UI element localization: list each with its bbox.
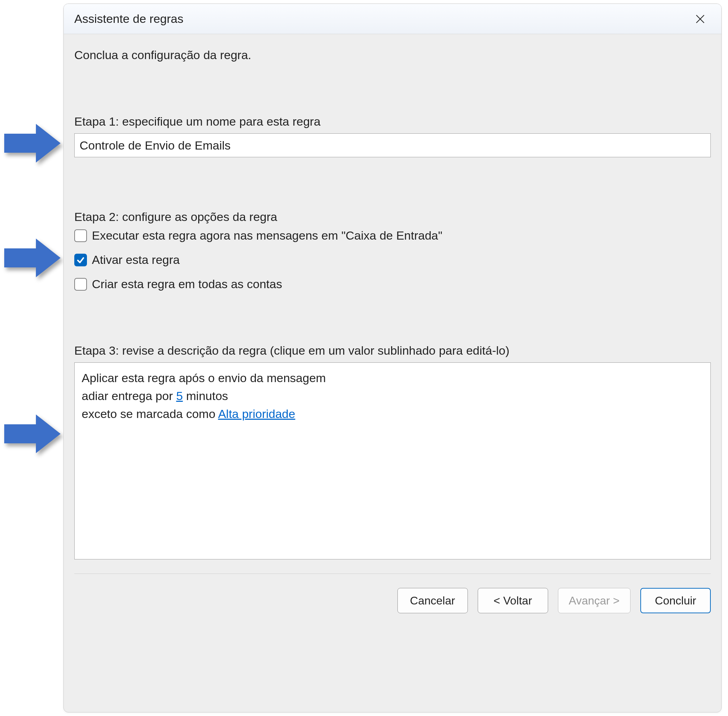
desc-line2-prefix: adiar entrega por <box>82 389 176 402</box>
svg-marker-2 <box>4 414 61 453</box>
callout-arrow-step1 <box>4 124 61 162</box>
checkbox-row-enable[interactable]: Ativar esta regra <box>74 253 711 267</box>
delay-minutes-link[interactable]: 5 <box>176 389 183 402</box>
step1-label: Etapa 1: especifique um nome para esta r… <box>74 115 711 129</box>
step3-label: Etapa 3: revise a descrição da regra (cl… <box>74 344 711 358</box>
desc-line-3: exceto se marcada como Alta prioridade <box>82 405 704 423</box>
desc-line-2: adiar entrega por 5 minutos <box>82 387 704 405</box>
rules-wizard-dialog: Assistente de regras Conclua a configura… <box>63 3 722 713</box>
finish-button[interactable]: Concluir <box>640 588 711 613</box>
instruction-text: Conclua a configuração da regra. <box>74 48 711 62</box>
checkbox-row-all-accounts[interactable]: Criar esta regra em todas as contas <box>74 277 711 291</box>
rule-name-input[interactable] <box>74 133 711 157</box>
close-icon <box>695 14 705 24</box>
cancel-button[interactable]: Cancelar <box>397 588 468 613</box>
dialog-title: Assistente de regras <box>74 12 183 26</box>
checkbox-enable[interactable] <box>74 254 87 266</box>
step2-label: Etapa 2: configure as opções da regra <box>74 210 711 224</box>
callout-arrow-step3 <box>4 414 61 453</box>
checkbox-run-now[interactable] <box>74 229 87 242</box>
desc-line-1: Aplicar esta regra após o envio da mensa… <box>82 369 704 387</box>
priority-link[interactable]: Alta prioridade <box>218 407 295 420</box>
close-button[interactable] <box>690 8 711 30</box>
desc-line3-prefix: exceto se marcada como <box>82 407 218 420</box>
callout-arrow-step2 <box>4 238 61 277</box>
next-button: Avançar > <box>558 588 631 613</box>
checkbox-all-accounts-label: Criar esta regra em todas as contas <box>92 277 282 291</box>
desc-line2-suffix: minutos <box>183 389 228 402</box>
checkbox-row-run-now[interactable]: Executar esta regra agora nas mensagens … <box>74 229 711 243</box>
checkbox-run-now-label: Executar esta regra agora nas mensagens … <box>92 229 442 243</box>
svg-marker-1 <box>4 238 61 277</box>
dialog-footer: Cancelar < Voltar Avançar > Concluir <box>64 574 721 627</box>
rule-description-box: Aplicar esta regra após o envio da mensa… <box>74 363 711 560</box>
dialog-body: Conclua a configuração da regra. Etapa 1… <box>64 34 721 574</box>
back-button[interactable]: < Voltar <box>478 588 548 613</box>
titlebar: Assistente de regras <box>64 4 721 34</box>
checkbox-all-accounts[interactable] <box>74 278 87 291</box>
checkbox-enable-label: Ativar esta regra <box>92 253 179 267</box>
svg-marker-0 <box>4 124 61 162</box>
